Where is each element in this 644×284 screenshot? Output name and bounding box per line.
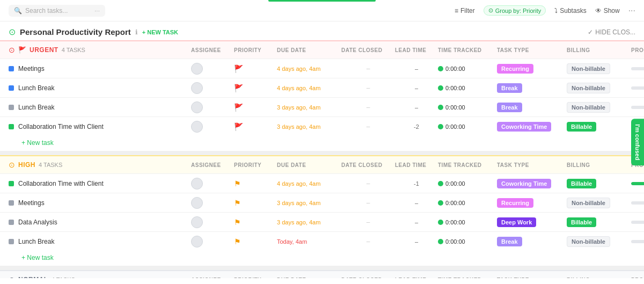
time-tracked-cell: 0:00:00 bbox=[438, 180, 497, 187]
priority-cell: ⚑ bbox=[234, 237, 277, 246]
assignee-cell bbox=[191, 121, 234, 133]
task-type-badge: Break bbox=[497, 237, 522, 246]
priority-cell: ⚑ bbox=[234, 199, 277, 207]
priority-cell: 🚩 bbox=[234, 84, 277, 92]
page-title: Personal Productivity Report bbox=[20, 27, 131, 37]
billing-cell: Billable bbox=[567, 123, 631, 130]
progress-bar-fill bbox=[631, 182, 644, 185]
task-row-high-3[interactable]: Lunch Break ⚑ Today, 4am – – 0:00:00 Bre… bbox=[0, 231, 644, 251]
progress-cell: 0% bbox=[631, 200, 644, 206]
billing-cell: Non-billable bbox=[567, 84, 631, 92]
priority-flag-icon: ⚑ bbox=[234, 218, 241, 227]
date-closed-cell: – bbox=[341, 84, 395, 92]
task-row-urgent-3[interactable]: Collaboration Time with Client 🚩 3 days … bbox=[0, 116, 644, 136]
task-row-urgent-1[interactable]: Lunch Break 🚩 4 days ago, 4am – – 0:00:0… bbox=[0, 78, 644, 97]
billing-badge: Non-billable bbox=[567, 236, 610, 247]
billing-badge: Billable bbox=[567, 122, 596, 132]
avatar bbox=[191, 216, 203, 228]
task-name: Lunch Break bbox=[18, 84, 54, 92]
date-closed-cell: – bbox=[341, 65, 395, 72]
time-dot-icon bbox=[438, 85, 443, 91]
assignee-cell bbox=[191, 178, 234, 190]
section-divider-urgent bbox=[0, 151, 644, 155]
page-header: ⊙ Personal Productivity Report ℹ + NEW T… bbox=[0, 21, 644, 40]
col-assignee: ASSIGNEE bbox=[191, 47, 234, 53]
section-expand-icon[interactable]: ⊙ bbox=[9, 275, 15, 278]
task-row-urgent-0[interactable]: Meetings 🚩 4 days ago, 4am – – 0:00:00 R… bbox=[0, 59, 644, 78]
col-date-closed: DATE CLOSED bbox=[341, 47, 395, 53]
due-date-cell: 4 days ago, 4am bbox=[277, 85, 341, 91]
new-task-button[interactable]: + NEW TASK bbox=[142, 29, 178, 35]
assignee-cell bbox=[191, 236, 234, 247]
group-by-btn[interactable]: ⊙ Group by: Priority bbox=[484, 5, 546, 16]
col-lead-time: LEAD TIME bbox=[395, 162, 438, 168]
progress-cell: 0% bbox=[631, 238, 644, 245]
time-value: 0:00:00 bbox=[445, 85, 465, 91]
col-priority: PRIORITY bbox=[234, 47, 277, 53]
new-task-row-urgent[interactable]: + New task bbox=[0, 136, 644, 151]
time-tracked-cell: 0:00:00 bbox=[438, 85, 497, 91]
page-title-row: ⊙ Personal Productivity Report ℹ + NEW T… bbox=[9, 27, 178, 37]
task-row-urgent-2[interactable]: Lunch Break 🚩 3 days ago, 4am – – 0:00:0… bbox=[0, 97, 644, 116]
task-name: Meetings bbox=[18, 65, 45, 72]
due-date-cell: 4 days ago, 4am bbox=[277, 65, 341, 72]
priority-cell: ⚑ bbox=[234, 179, 277, 188]
task-color-dot bbox=[9, 200, 14, 206]
section-normal: ⊙ NORMAL 4 TASKS ASSIGNEEPRIORITYDUE DAT… bbox=[0, 270, 644, 278]
col-billing: BILLING bbox=[567, 162, 631, 168]
section-header-normal: ⊙ NORMAL 4 TASKS ASSIGNEEPRIORITYDUE DAT… bbox=[0, 270, 644, 278]
billing-cell: Non-billable bbox=[567, 199, 631, 207]
col-progress: PROGRESS bbox=[631, 277, 644, 279]
section-title-cell-normal[interactable]: ⊙ NORMAL 4 TASKS bbox=[9, 275, 191, 278]
section-expand-icon[interactable]: ⊙ bbox=[9, 161, 15, 169]
col-lead-time: LEAD TIME bbox=[395, 47, 438, 53]
billing-badge: Non-billable bbox=[567, 102, 610, 113]
lead-time-cell: -1 bbox=[395, 180, 438, 187]
subtasks-icon: ⤵ bbox=[554, 7, 558, 14]
task-name: Collaboration Time with Client bbox=[18, 180, 104, 187]
col-assignee: ASSIGNEE bbox=[191, 277, 234, 279]
lead-time-cell: -2 bbox=[395, 123, 438, 130]
search-more-icon[interactable]: ··· bbox=[94, 7, 100, 14]
assignee-cell bbox=[191, 216, 234, 228]
priority-flag-icon: ⚑ bbox=[234, 199, 241, 207]
new-task-row-high[interactable]: + New task bbox=[0, 251, 644, 266]
assignee-cell bbox=[191, 101, 234, 113]
progress-bar-bg bbox=[631, 67, 644, 70]
section-expand-icon[interactable]: ⊙ bbox=[9, 46, 15, 54]
lead-time-cell: – bbox=[395, 104, 438, 111]
subtasks-btn[interactable]: ⤵ Subtasks bbox=[554, 7, 586, 14]
search-box[interactable]: 🔍 Search tasks... ··· bbox=[9, 5, 105, 17]
section-title-cell-urgent[interactable]: ⊙ 🚩 URGENT 4 TASKS bbox=[9, 46, 191, 54]
task-name-cell: Meetings bbox=[9, 199, 191, 207]
confused-button[interactable]: I'm confused bbox=[631, 119, 644, 165]
show-btn[interactable]: 👁 Show bbox=[595, 7, 620, 14]
task-type-cell: Coworking Time bbox=[497, 123, 567, 130]
time-value: 0:00:00 bbox=[445, 180, 465, 187]
avatar bbox=[191, 101, 203, 113]
priority-cell: 🚩 bbox=[234, 122, 277, 131]
filter-btn[interactable]: ≡ Filter bbox=[455, 7, 475, 14]
section-divider-high bbox=[0, 266, 644, 270]
task-row-high-2[interactable]: Data Analysis ⚑ 3 days ago, 4am – – 0:00… bbox=[0, 212, 644, 231]
assignee-cell bbox=[191, 197, 234, 209]
time-value: 0:00:00 bbox=[445, 200, 465, 206]
task-type-cell: Break bbox=[497, 104, 567, 111]
task-name-cell: Meetings bbox=[9, 65, 191, 72]
section-title-cell-high[interactable]: ⊙ HIGH 4 TASKS bbox=[9, 161, 191, 169]
more-options-icon[interactable]: ··· bbox=[628, 6, 635, 16]
due-date-cell: Today, 4am bbox=[277, 238, 341, 245]
col-time-tracked: TIME TRACKED bbox=[438, 47, 497, 53]
section-label-high: HIGH bbox=[18, 161, 35, 169]
hide-closed-btn[interactable]: ✓ HIDE CLOS... bbox=[588, 28, 635, 36]
time-value: 0:00:00 bbox=[445, 123, 465, 130]
progress-bar-bg bbox=[631, 86, 644, 90]
time-dot-icon bbox=[438, 239, 443, 244]
section-high: ⊙ HIGH 4 TASKS ASSIGNEEPRIORITYDUE DATED… bbox=[0, 155, 644, 266]
task-type-badge: Coworking Time bbox=[497, 179, 551, 188]
task-row-high-1[interactable]: Meetings ⚑ 3 days ago, 4am – – 0:00:00 R… bbox=[0, 193, 644, 212]
top-bar: 🔍 Search tasks... ··· ≡ Filter ⊙ Group b… bbox=[0, 0, 644, 21]
task-row-high-0[interactable]: Collaboration Time with Client ⚑ 4 days … bbox=[0, 173, 644, 193]
task-type-badge: Recurring bbox=[497, 64, 533, 74]
task-color-dot bbox=[9, 181, 14, 186]
